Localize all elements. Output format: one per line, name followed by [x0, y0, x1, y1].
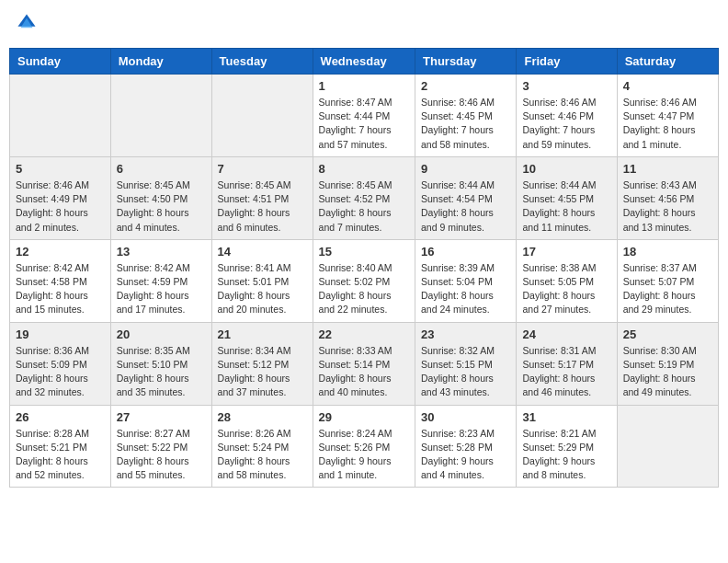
- day-number: 11: [623, 162, 712, 176]
- calendar-cell: 13Sunrise: 8:42 AM Sunset: 4:59 PM Dayli…: [110, 239, 211, 322]
- day-number: 21: [218, 327, 307, 341]
- day-info: Sunrise: 8:32 AM Sunset: 5:15 PM Dayligh…: [421, 344, 510, 400]
- day-number: 12: [16, 245, 105, 259]
- day-info: Sunrise: 8:45 AM Sunset: 4:52 PM Dayligh…: [319, 178, 409, 235]
- weekday-header-row: SundayMondayTuesdayWednesdayThursdayFrid…: [10, 49, 719, 75]
- weekday-header-friday: Friday: [517, 49, 617, 75]
- calendar-cell: 25Sunrise: 8:30 AM Sunset: 5:19 PM Dayli…: [617, 322, 718, 405]
- weekday-header-tuesday: Tuesday: [211, 49, 313, 75]
- day-number: 6: [117, 162, 206, 176]
- calendar-cell: 29Sunrise: 8:24 AM Sunset: 5:26 PM Dayli…: [313, 405, 415, 488]
- day-number: 7: [218, 162, 307, 176]
- logo-icon: [17, 13, 37, 33]
- calendar-cell: 2Sunrise: 8:46 AM Sunset: 4:45 PM Daylig…: [415, 75, 517, 157]
- calendar-cell: 20Sunrise: 8:35 AM Sunset: 5:10 PM Dayli…: [110, 322, 211, 405]
- day-number: 3: [522, 79, 610, 93]
- day-number: 24: [522, 327, 610, 341]
- calendar-week-5: 26Sunrise: 8:28 AM Sunset: 5:21 PM Dayli…: [10, 405, 719, 488]
- day-info: Sunrise: 8:46 AM Sunset: 4:46 PM Dayligh…: [522, 96, 610, 152]
- day-info: Sunrise: 8:40 AM Sunset: 5:02 PM Dayligh…: [319, 261, 409, 317]
- calendar-cell: [10, 75, 111, 157]
- weekday-header-thursday: Thursday: [415, 49, 517, 75]
- day-info: Sunrise: 8:36 AM Sunset: 5:09 PM Dayligh…: [16, 344, 105, 400]
- day-number: 13: [117, 245, 206, 259]
- day-number: 22: [319, 327, 409, 341]
- calendar-cell: 31Sunrise: 8:21 AM Sunset: 5:29 PM Dayli…: [517, 405, 617, 488]
- day-info: Sunrise: 8:24 AM Sunset: 5:26 PM Dayligh…: [319, 427, 409, 483]
- page-header: [9, 9, 719, 40]
- calendar-cell: 3Sunrise: 8:46 AM Sunset: 4:46 PM Daylig…: [517, 75, 617, 157]
- calendar-week-1: 1Sunrise: 8:47 AM Sunset: 4:44 PM Daylig…: [10, 75, 719, 157]
- calendar-cell: 5Sunrise: 8:46 AM Sunset: 4:49 PM Daylig…: [10, 156, 111, 239]
- calendar-cell: [211, 75, 313, 157]
- day-info: Sunrise: 8:45 AM Sunset: 4:50 PM Dayligh…: [117, 178, 206, 235]
- calendar-cell: 23Sunrise: 8:32 AM Sunset: 5:15 PM Dayli…: [415, 322, 517, 405]
- day-info: Sunrise: 8:46 AM Sunset: 4:49 PM Dayligh…: [16, 178, 105, 235]
- day-number: 27: [117, 410, 206, 424]
- day-number: 14: [218, 245, 307, 259]
- day-number: 18: [623, 245, 712, 259]
- day-info: Sunrise: 8:35 AM Sunset: 5:10 PM Dayligh…: [117, 344, 206, 400]
- calendar-cell: 10Sunrise: 8:44 AM Sunset: 4:55 PM Dayli…: [517, 156, 617, 239]
- calendar-cell: 24Sunrise: 8:31 AM Sunset: 5:17 PM Dayli…: [517, 322, 617, 405]
- day-info: Sunrise: 8:27 AM Sunset: 5:22 PM Dayligh…: [117, 427, 206, 483]
- day-info: Sunrise: 8:31 AM Sunset: 5:17 PM Dayligh…: [522, 344, 610, 400]
- calendar-cell: 1Sunrise: 8:47 AM Sunset: 4:44 PM Daylig…: [313, 75, 415, 157]
- calendar-table: SundayMondayTuesdayWednesdayThursdayFrid…: [9, 48, 719, 488]
- calendar-cell: 11Sunrise: 8:43 AM Sunset: 4:56 PM Dayli…: [617, 156, 718, 239]
- day-number: 31: [522, 410, 610, 424]
- calendar-cell: 28Sunrise: 8:26 AM Sunset: 5:24 PM Dayli…: [211, 405, 313, 488]
- calendar-cell: 22Sunrise: 8:33 AM Sunset: 5:14 PM Dayli…: [313, 322, 415, 405]
- day-info: Sunrise: 8:39 AM Sunset: 5:04 PM Dayligh…: [421, 261, 510, 317]
- day-info: Sunrise: 8:47 AM Sunset: 4:44 PM Dayligh…: [319, 96, 409, 152]
- day-number: 30: [421, 410, 510, 424]
- weekday-header-saturday: Saturday: [617, 49, 718, 75]
- day-info: Sunrise: 8:41 AM Sunset: 5:01 PM Dayligh…: [218, 261, 307, 317]
- calendar-cell: 8Sunrise: 8:45 AM Sunset: 4:52 PM Daylig…: [313, 156, 415, 239]
- calendar-cell: 21Sunrise: 8:34 AM Sunset: 5:12 PM Dayli…: [211, 322, 313, 405]
- day-info: Sunrise: 8:42 AM Sunset: 4:58 PM Dayligh…: [16, 261, 105, 317]
- calendar-cell: 19Sunrise: 8:36 AM Sunset: 5:09 PM Dayli…: [10, 322, 111, 405]
- calendar-cell: 26Sunrise: 8:28 AM Sunset: 5:21 PM Dayli…: [10, 405, 111, 488]
- calendar-cell: 18Sunrise: 8:37 AM Sunset: 5:07 PM Dayli…: [617, 239, 718, 322]
- calendar-cell: 12Sunrise: 8:42 AM Sunset: 4:58 PM Dayli…: [10, 239, 111, 322]
- day-info: Sunrise: 8:46 AM Sunset: 4:47 PM Dayligh…: [623, 96, 712, 152]
- calendar-cell: 27Sunrise: 8:27 AM Sunset: 5:22 PM Dayli…: [110, 405, 211, 488]
- day-info: Sunrise: 8:38 AM Sunset: 5:05 PM Dayligh…: [522, 261, 610, 317]
- day-number: 16: [421, 245, 510, 259]
- day-number: 5: [16, 162, 105, 176]
- calendar-week-3: 12Sunrise: 8:42 AM Sunset: 4:58 PM Dayli…: [10, 239, 719, 322]
- calendar-cell: 15Sunrise: 8:40 AM Sunset: 5:02 PM Dayli…: [313, 239, 415, 322]
- day-number: 20: [117, 327, 206, 341]
- calendar-cell: 7Sunrise: 8:45 AM Sunset: 4:51 PM Daylig…: [211, 156, 313, 239]
- day-number: 29: [319, 410, 409, 424]
- day-number: 9: [421, 162, 510, 176]
- day-info: Sunrise: 8:37 AM Sunset: 5:07 PM Dayligh…: [623, 261, 712, 317]
- day-number: 8: [319, 162, 409, 176]
- day-number: 15: [319, 245, 409, 259]
- day-number: 4: [623, 79, 712, 93]
- day-info: Sunrise: 8:26 AM Sunset: 5:24 PM Dayligh…: [218, 427, 307, 483]
- day-number: 26: [16, 410, 105, 424]
- day-info: Sunrise: 8:33 AM Sunset: 5:14 PM Dayligh…: [319, 344, 409, 400]
- day-info: Sunrise: 8:28 AM Sunset: 5:21 PM Dayligh…: [16, 427, 105, 483]
- calendar-cell: 9Sunrise: 8:44 AM Sunset: 4:54 PM Daylig…: [415, 156, 517, 239]
- day-info: Sunrise: 8:42 AM Sunset: 4:59 PM Dayligh…: [117, 261, 206, 317]
- day-number: 19: [16, 327, 105, 341]
- day-info: Sunrise: 8:45 AM Sunset: 4:51 PM Dayligh…: [218, 178, 307, 235]
- day-info: Sunrise: 8:30 AM Sunset: 5:19 PM Dayligh…: [623, 344, 712, 400]
- weekday-header-sunday: Sunday: [10, 49, 111, 75]
- day-number: 10: [522, 162, 610, 176]
- calendar-cell: 16Sunrise: 8:39 AM Sunset: 5:04 PM Dayli…: [415, 239, 517, 322]
- day-number: 28: [218, 410, 307, 424]
- day-number: 2: [421, 79, 510, 93]
- day-info: Sunrise: 8:21 AM Sunset: 5:29 PM Dayligh…: [522, 427, 610, 483]
- day-info: Sunrise: 8:44 AM Sunset: 4:54 PM Dayligh…: [421, 178, 510, 235]
- calendar-cell: 30Sunrise: 8:23 AM Sunset: 5:28 PM Dayli…: [415, 405, 517, 488]
- calendar-week-4: 19Sunrise: 8:36 AM Sunset: 5:09 PM Dayli…: [10, 322, 719, 405]
- day-number: 25: [623, 327, 712, 341]
- calendar-cell: 17Sunrise: 8:38 AM Sunset: 5:05 PM Dayli…: [517, 239, 617, 322]
- day-number: 23: [421, 327, 510, 341]
- logo: [15, 13, 37, 37]
- day-number: 17: [522, 245, 610, 259]
